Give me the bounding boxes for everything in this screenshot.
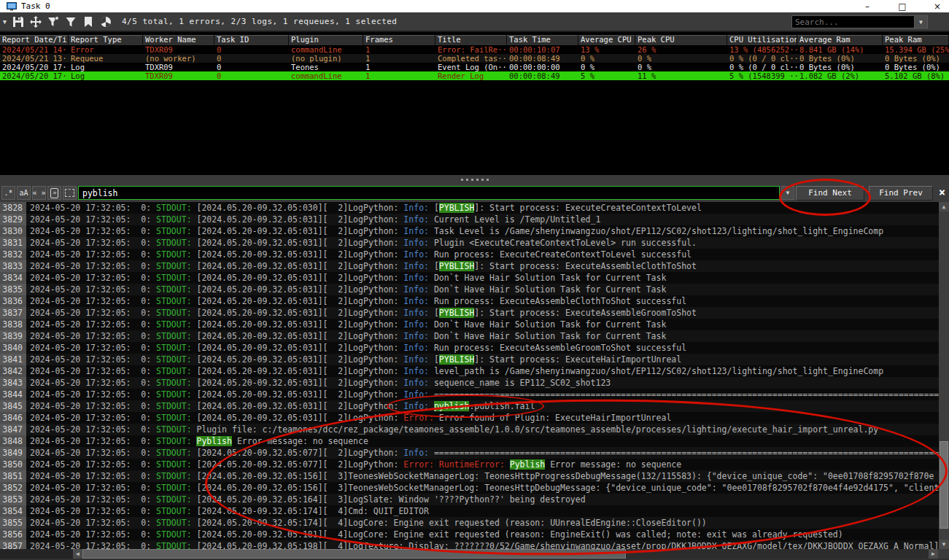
report-row[interactable]: 2024/05/21 13···Requeue(no worker)0(no p… — [0, 54, 949, 63]
log-line-number: 3844 — [0, 389, 26, 400]
log-line-number: 3843 — [0, 377, 26, 389]
match-case-button[interactable]: aA — [17, 186, 31, 200]
log-line-3841[interactable]: 38412024-05-20 17:32:05: 0: STDOUT: [202… — [0, 354, 939, 365]
search-input[interactable] — [791, 15, 915, 28]
save-icon — [12, 16, 24, 28]
log-line-3854[interactable]: 38542024-05-20 17:32:05: 0: STDOUT: [202… — [0, 505, 939, 517]
table-search: ▼ — [791, 15, 928, 28]
log-line-3852[interactable]: 38522024-05-20 17:32:05: 0: STDOUT: [202… — [0, 482, 939, 494]
whole-word-button[interactable]: « » — [32, 186, 46, 200]
minimize-button[interactable]: – — [861, 1, 873, 12]
toolbar-dropdown-caret-icon[interactable]: ▼ — [0, 18, 9, 26]
column-header-task-time[interactable]: Task Time — [507, 35, 578, 45]
log-horizontal-scrollbar[interactable]: ◀ ▶ — [0, 549, 949, 559]
selection-only-button[interactable] — [63, 186, 77, 200]
column-header-worker-name[interactable]: Worker Name — [143, 35, 214, 45]
log-line-number: 3841 — [0, 354, 26, 365]
column-header-average-cpu[interactable]: Average CPU — [578, 35, 635, 45]
log-line-number: 3831 — [0, 237, 26, 249]
find-prev-button[interactable]: Find Prev — [869, 186, 933, 201]
report-table: Report Date/Ti▼Report TypeWorker NameTas… — [0, 35, 949, 80]
log-line-number: 3851 — [0, 470, 26, 482]
log-line-3839[interactable]: 38392024-05-20 17:32:05: 0: STDOUT: [202… — [0, 330, 939, 342]
log-line-3840[interactable]: 38402024-05-20 17:32:05: 0: STDOUT: [202… — [0, 342, 939, 354]
log-line-3828[interactable]: 38282024-05-20 17:32:05: 0: STDOUT: [202… — [0, 202, 939, 214]
log-line-3832[interactable]: 38322024-05-20 17:32:05: 0: STDOUT: [202… — [0, 249, 939, 260]
column-header-plugin[interactable]: Plugin — [289, 35, 363, 45]
vertical-scroll-thumb[interactable] — [940, 441, 948, 529]
column-header-cpu-utilisation[interactable]: CPU Utilisation — [727, 35, 797, 45]
log-line-3853[interactable]: 38532024-05-20 17:32:05: 0: STDOUT: [202… — [0, 494, 939, 505]
log-line-number: 3828 — [0, 202, 26, 214]
log-line-3856[interactable]: 38562024-05-20 17:32:05: 0: STDOUT: [202… — [0, 529, 939, 540]
log-line-number: 3830 — [0, 225, 26, 237]
log-line-3845[interactable]: 38452024-05-20 17:32:05: 0: STDOUT: [202… — [0, 400, 939, 412]
find-input[interactable] — [78, 186, 780, 200]
wrap-lines-button[interactable]: » — [47, 186, 61, 200]
column-header-peak-ram[interactable]: Peak Ram — [883, 35, 949, 45]
log-line-number: 3852 — [0, 482, 26, 494]
log-line-3830[interactable]: 38302024-05-20 17:32:05: 0: STDOUT: [202… — [0, 225, 939, 237]
log-line-3850[interactable]: 38502024-05-20 17:32:05: 0: STDOUT: [202… — [0, 459, 939, 470]
log-line-3834[interactable]: 38342024-05-20 17:32:05: 0: STDOUT: [202… — [0, 272, 939, 284]
scroll-up-icon[interactable]: ▲ — [939, 202, 949, 211]
log-line-number: 3853 — [0, 494, 26, 505]
log-line-3848[interactable]: 38482024-05-20 17:32:05: 0: STDOUT: Pybl… — [0, 435, 939, 447]
log-line-3836[interactable]: 38362024-05-20 17:32:05: 0: STDOUT: [202… — [0, 295, 939, 307]
log-line-3843[interactable]: 38432024-05-20 17:32:05: 0: STDOUT: [202… — [0, 377, 939, 389]
pie-chart-icon — [100, 16, 112, 28]
filter-add-button[interactable] — [45, 15, 61, 29]
column-header-peak-cpu[interactable]: Peak CPU — [635, 35, 727, 45]
scroll-down-icon[interactable]: ▼ — [939, 540, 949, 549]
log-line-number: 3845 — [0, 400, 26, 412]
report-row[interactable]: 2024/05/20 17···LogTDXR090Teones1Event L… — [0, 63, 949, 71]
log-line-3831[interactable]: 38312024-05-20 17:32:05: 0: STDOUT: [202… — [0, 237, 939, 249]
log-line-3846[interactable]: 38462024-05-20 17:32:05: 0: STDOUT: [202… — [0, 412, 939, 424]
log-line-3847[interactable]: 38472024-05-20 17:32:05: 0: STDOUT: Plug… — [0, 424, 939, 435]
log-line-3829[interactable]: 38292024-05-20 17:32:05: 0: STDOUT: [202… — [0, 214, 939, 225]
log-line-3851[interactable]: 38512024-05-20 17:32:05: 0: STDOUT: [202… — [0, 470, 939, 482]
log-line-number: 3856 — [0, 529, 26, 540]
column-header-title[interactable]: Title — [435, 35, 507, 45]
close-log-panel-icon[interactable]: × — [936, 186, 948, 200]
search-dropdown-icon[interactable]: ▼ — [915, 15, 928, 28]
panel-splitter[interactable] — [0, 175, 949, 184]
log-line-number: 3840 — [0, 342, 26, 354]
log-line-number: 3857 — [0, 540, 26, 549]
find-next-button[interactable]: Find Next — [796, 186, 864, 201]
log-lines: 38282024-05-20 17:32:05: 0: STDOUT: [202… — [0, 202, 939, 549]
column-header-report-date[interactable]: Report Date/Ti▼ — [0, 35, 69, 45]
column-header-task-id[interactable]: Task ID — [214, 35, 289, 45]
close-button[interactable]: × — [931, 1, 943, 12]
window-title: Task 0 — [21, 1, 50, 11]
log-line-number: 3842 — [0, 365, 26, 377]
report-row[interactable]: 2024/05/20 17···LogTDXR090commandLine1Re… — [0, 71, 949, 80]
save-button[interactable] — [10, 15, 26, 29]
move-icon — [30, 16, 42, 28]
log-line-3857[interactable]: 38572024-05-20 17:32:05: 0: STDOUT: [202… — [0, 540, 939, 549]
scroll-right-icon[interactable]: ▶ — [929, 549, 938, 559]
log-line-3849[interactable]: 38492024-05-20 17:32:05: 0: STDOUT: [202… — [0, 447, 939, 459]
log-line-3855[interactable]: 38552024-05-20 17:32:05: 0: STDOUT: [202… — [0, 517, 939, 529]
bookmark-button[interactable] — [80, 15, 96, 29]
log-find-toolbar: .* aA « » » ▼ Find Next Find Prev × — [0, 184, 949, 202]
log-line-3842[interactable]: 38422024-05-20 17:32:05: 0: STDOUT: [202… — [0, 365, 939, 377]
log-line-3835[interactable]: 38352024-05-20 17:32:05: 0: STDOUT: [202… — [0, 284, 939, 295]
log-line-3837[interactable]: 38372024-05-20 17:32:05: 0: STDOUT: [202… — [0, 307, 939, 319]
column-header-average-ram[interactable]: Average Ram — [797, 35, 883, 45]
horizontal-scroll-thumb[interactable] — [82, 549, 626, 559]
log-line-3833[interactable]: 38332024-05-20 17:32:05: 0: STDOUT: [202… — [0, 260, 939, 272]
filter-button[interactable] — [63, 15, 79, 29]
regex-button[interactable]: .* — [1, 186, 15, 200]
scroll-left-icon[interactable]: ◀ — [73, 549, 82, 559]
move-columns-button[interactable] — [28, 15, 44, 29]
log-line-3838[interactable]: 38382024-05-20 17:32:05: 0: STDOUT: [202… — [0, 319, 939, 330]
report-row[interactable]: 2024/05/21 14···ErrorTDXR090commandLine1… — [0, 45, 949, 54]
log-vertical-scrollbar[interactable]: ▲ ▼ — [939, 202, 949, 549]
find-history-dropdown-icon[interactable]: ▼ — [781, 186, 794, 200]
column-header-report-type[interactable]: Report Type — [69, 35, 143, 45]
stats-button[interactable] — [98, 15, 114, 29]
maximize-button[interactable]: □ — [896, 1, 908, 12]
log-line-3844[interactable]: 38442024-05-20 17:32:05: 0: STDOUT: [202… — [0, 389, 939, 400]
column-header-frames[interactable]: Frames — [363, 35, 435, 45]
